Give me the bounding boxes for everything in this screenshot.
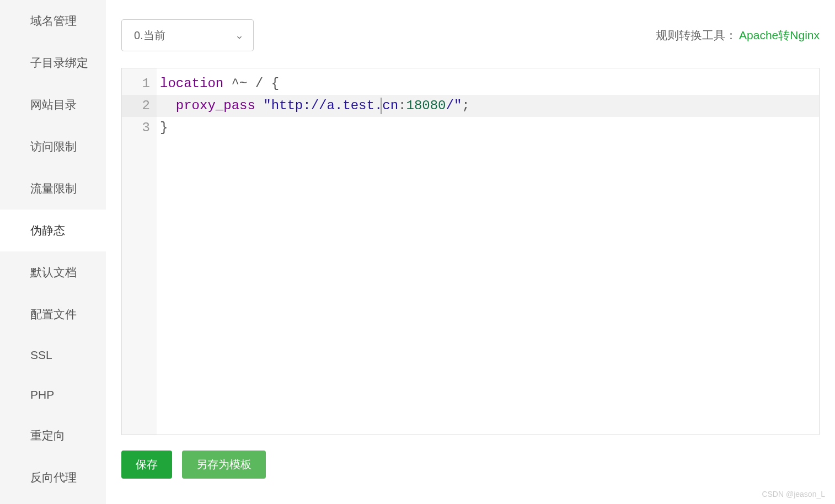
sidebar-item-label: 域名管理 xyxy=(30,14,77,27)
tool-label-text: 规则转换工具： xyxy=(656,28,737,43)
select-value: 0.当前 xyxy=(134,28,165,43)
sidebar-item-label: 网站目录 xyxy=(30,98,77,111)
sidebar-item-label: 反向代理 xyxy=(30,471,77,484)
editor-gutter: 1 2 3 xyxy=(122,68,157,435)
sidebar-item-ssl[interactable]: SSL xyxy=(0,335,106,375)
code-editor[interactable]: 1 2 3 location ^~ / { proxy_pass "http:/… xyxy=(121,68,820,435)
sidebar-item-traffic-limit[interactable]: 流量限制 xyxy=(0,168,106,210)
save-button[interactable]: 保存 xyxy=(121,451,172,479)
sidebar-item-pseudo-static[interactable]: 伪静态 xyxy=(0,210,106,251)
code-line-3: } xyxy=(157,117,819,139)
sidebar-item-reverse-proxy[interactable]: 反向代理 xyxy=(0,457,106,498)
sidebar-item-php[interactable]: PHP xyxy=(0,375,106,415)
top-row: 0.当前 规则转换工具： Apache转Nginx xyxy=(121,19,820,51)
apache-to-nginx-link[interactable]: Apache转Nginx xyxy=(739,28,820,43)
rule-convert-tool: 规则转换工具： Apache转Nginx xyxy=(656,28,820,43)
sidebar-item-site-dir[interactable]: 网站目录 xyxy=(0,84,106,126)
sidebar: 域名管理 子目录绑定 网站目录 访问限制 流量限制 伪静态 默认文档 配置文件 … xyxy=(0,0,106,504)
sidebar-item-access-limit[interactable]: 访问限制 xyxy=(0,126,106,168)
gutter-line: 2 xyxy=(122,95,157,117)
code-area[interactable]: location ^~ / { proxy_pass "http://a.tes… xyxy=(157,68,819,435)
main-content: 0.当前 规则转换工具： Apache转Nginx 1 2 3 location… xyxy=(106,0,835,504)
code-line-2: proxy_pass "http://a.test.cn:18080/"; xyxy=(157,95,819,117)
sidebar-item-label: 子目录绑定 xyxy=(30,56,88,69)
editor-cursor xyxy=(381,98,382,114)
sidebar-item-label: 伪静态 xyxy=(30,224,65,237)
sidebar-item-label: SSL xyxy=(30,348,52,361)
chevron-down-icon xyxy=(235,31,243,39)
watermark: CSDN @jeason_L xyxy=(762,490,825,498)
save-as-template-button[interactable]: 另存为模板 xyxy=(182,451,266,479)
sidebar-item-label: PHP xyxy=(30,388,54,401)
code-line-1: location ^~ / { xyxy=(157,73,819,95)
sidebar-item-default-doc[interactable]: 默认文档 xyxy=(0,251,106,293)
gutter-line: 1 xyxy=(122,73,157,95)
sidebar-item-label: 默认文档 xyxy=(30,266,77,278)
sidebar-item-label: 访问限制 xyxy=(30,140,77,153)
sidebar-item-domain-mgmt[interactable]: 域名管理 xyxy=(0,0,106,42)
button-row: 保存 另存为模板 xyxy=(121,451,820,479)
sidebar-item-label: 重定向 xyxy=(30,429,65,442)
gutter-line: 3 xyxy=(122,117,157,139)
sidebar-item-config-file[interactable]: 配置文件 xyxy=(0,293,106,335)
template-select[interactable]: 0.当前 xyxy=(121,19,254,51)
template-select-wrapper: 0.当前 xyxy=(121,19,254,51)
sidebar-item-subdir-bind[interactable]: 子目录绑定 xyxy=(0,42,106,84)
sidebar-item-redirect[interactable]: 重定向 xyxy=(0,415,106,457)
sidebar-item-label: 配置文件 xyxy=(30,308,77,320)
sidebar-item-label: 流量限制 xyxy=(30,182,77,195)
